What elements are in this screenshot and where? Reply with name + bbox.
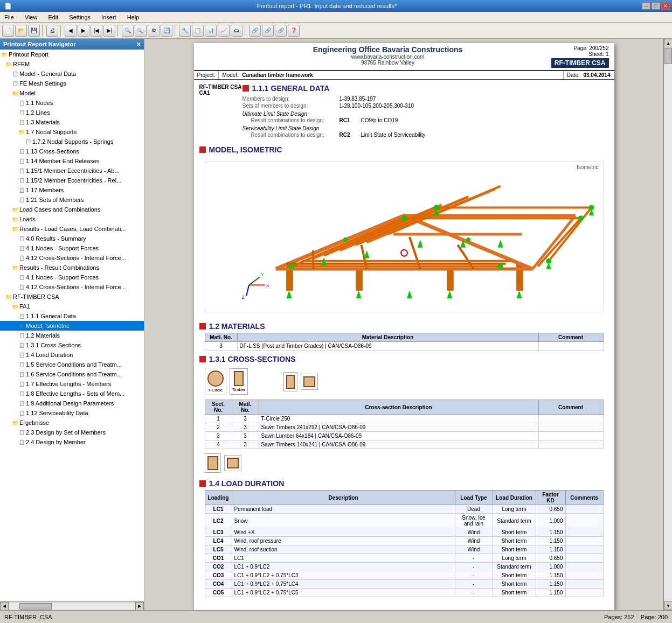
tree-item-16[interactable]: 📋1.21 Sets of Members bbox=[0, 195, 144, 205]
tree-item-26[interactable]: 📁RF-TIMBER CSA bbox=[0, 292, 144, 302]
tree-item-39[interactable]: 📁Ergebnisse bbox=[0, 418, 144, 428]
ld-type: - bbox=[455, 589, 493, 597]
tree-item-21[interactable]: 📋4.1 Nodes - Support Forces bbox=[0, 243, 144, 253]
last-button[interactable]: ▶| bbox=[103, 25, 115, 37]
link2-button[interactable]: 🔗 bbox=[262, 25, 274, 37]
tree-item-17[interactable]: 📁Load Cases and Combinations bbox=[0, 205, 144, 214]
link3-button[interactable]: 🔗 bbox=[275, 25, 287, 37]
menu-view[interactable]: View bbox=[23, 13, 40, 21]
tree-item-41[interactable]: 📋2.4 Design by Member bbox=[0, 437, 144, 447]
tree-item-38[interactable]: 📋1.12 Serviceability Data bbox=[0, 408, 144, 418]
scroll-up-button[interactable]: ▲ bbox=[664, 39, 672, 47]
scroll-thumb[interactable] bbox=[664, 48, 672, 64]
indent-2 bbox=[11, 361, 17, 368]
indent-0 bbox=[0, 361, 4, 368]
forward-button[interactable]: ▶ bbox=[78, 25, 89, 37]
scroll-down-button[interactable]: ▼ bbox=[664, 601, 672, 610]
materials-table: Matl. No. Material Description Comment 3… bbox=[205, 333, 604, 351]
tree-item-35[interactable]: 📋1.7 Effective Lengths - Members bbox=[0, 379, 144, 389]
h-scroll-left[interactable]: ◀ bbox=[0, 602, 9, 611]
tree-item-32[interactable]: 📋1.4 Load Duration bbox=[0, 350, 144, 360]
tree-item-33[interactable]: 📋1.5 Service Conditions and Treatm... bbox=[0, 360, 144, 369]
tree-item-37[interactable]: 📋1.9 Additional Design Parameters bbox=[0, 398, 144, 408]
tree-item-7[interactable]: 📋1.2 Lines bbox=[0, 108, 144, 117]
tree-item-6[interactable]: 📋1.1 Nodes bbox=[0, 98, 144, 108]
tool4-button[interactable]: 📈 bbox=[218, 25, 230, 37]
save-button[interactable]: 💾 bbox=[28, 25, 40, 37]
ld-desc: LC1 bbox=[232, 554, 455, 563]
tree-item-13[interactable]: 📋1.15/1 Member Eccentricities - Ab... bbox=[0, 166, 144, 176]
tree-item-34[interactable]: 📋1.6 Service Conditions and Treatm... bbox=[0, 369, 144, 379]
h-scroll-thumb[interactable] bbox=[19, 603, 52, 610]
doc-icon-7: 📋 bbox=[17, 108, 26, 117]
v-scrollbar[interactable]: ▲ ▼ bbox=[663, 39, 672, 610]
ld-row: CO2 LC1 + 0.9*LC2 - Standard term 1.000 bbox=[205, 563, 603, 571]
menu-file[interactable]: File bbox=[2, 13, 16, 21]
gd-sets-label: Sets of members to design: bbox=[243, 103, 340, 109]
tree-item-5[interactable]: 📁Model bbox=[0, 88, 144, 98]
tree-item-14[interactable]: 📋1.15/2 Member Eccentricities - Rel... bbox=[0, 176, 144, 185]
tree-item-40[interactable]: 📋2.3 Design by Set of Members bbox=[0, 428, 144, 437]
zoom-button[interactable]: 🔍 bbox=[122, 25, 134, 37]
maximize-button[interactable]: □ bbox=[652, 2, 660, 10]
back-button[interactable]: ◀ bbox=[65, 25, 77, 37]
tree-item-30[interactable]: 📋1.2 Materials bbox=[0, 331, 144, 340]
close-button[interactable]: ✕ bbox=[661, 2, 670, 10]
ld-col1-header: Loading bbox=[205, 491, 232, 505]
content-scroll[interactable]: Engineering Office Bavaria Constructions… bbox=[144, 39, 663, 610]
tree-item-25[interactable]: 📋4.12 Cross-Sections - Internal Force... bbox=[0, 282, 144, 292]
link1-button[interactable]: 🔗 bbox=[249, 25, 261, 37]
panel-close-button[interactable]: ✕ bbox=[136, 41, 141, 47]
tool1-button[interactable]: 🔧 bbox=[179, 25, 191, 37]
settings-button[interactable]: ⚙ bbox=[148, 25, 160, 37]
page-bottom-spacer bbox=[194, 599, 614, 610]
tool2-button[interactable]: 📋 bbox=[192, 25, 204, 37]
tree-item-2[interactable]: 📁RFEM bbox=[0, 59, 144, 69]
tree-item-27[interactable]: 📁FA1 bbox=[0, 302, 144, 311]
folder-icon-17: 📁 bbox=[11, 205, 19, 214]
tree-item-22[interactable]: 📋4.12 Cross-Sections - Internal Force... bbox=[0, 253, 144, 263]
tree-item-28[interactable]: 📋1.1.1 General Data bbox=[0, 311, 144, 321]
tree-container[interactable]: 📁Printout Report 📁RFEM 📋Model - General … bbox=[0, 50, 144, 601]
menu-edit[interactable]: Edit bbox=[46, 13, 60, 21]
tool3-button[interactable]: 📊 bbox=[205, 25, 217, 37]
tree-item-9[interactable]: 📁1.7 Nodal Supports bbox=[0, 127, 144, 137]
tree-item-36[interactable]: 📋1.8 Effective Lengths - Sets of Mem... bbox=[0, 389, 144, 398]
refresh-button[interactable]: 🔄 bbox=[161, 25, 172, 37]
minimize-button[interactable]: ─ bbox=[642, 2, 650, 10]
tree-label-38: 1.12 Serviceability Data bbox=[26, 410, 88, 416]
menu-insert[interactable]: Insert bbox=[99, 13, 119, 21]
cs-no: 3 bbox=[205, 432, 232, 440]
menu-help[interactable]: Help bbox=[125, 13, 142, 21]
tree-item-29[interactable]: 👁Model, Isometric bbox=[0, 321, 144, 331]
tree-item-19[interactable]: 📁Results - Load Cases, Load Combinati... bbox=[0, 224, 144, 234]
tree-item-18[interactable]: 📁Loads bbox=[0, 214, 144, 224]
tree-item-4[interactable]: 📋FE Mesh Settings bbox=[0, 79, 144, 88]
tree-item-23[interactable]: 📁Results - Result Combinations bbox=[0, 263, 144, 272]
new-button[interactable]: 📄 bbox=[2, 25, 14, 37]
menu-settings[interactable]: Settings bbox=[67, 13, 93, 21]
open-button[interactable]: 📂 bbox=[15, 25, 27, 37]
tree-item-12[interactable]: 📋1.14 Member End Releases bbox=[0, 156, 144, 166]
tree-item-24[interactable]: 📋4.1 Nodes - Support Forces bbox=[0, 272, 144, 282]
tree-item-8[interactable]: 📋1.3 Materials bbox=[0, 117, 144, 127]
zoom-out-button[interactable]: 🔍- bbox=[135, 25, 147, 37]
tree-item-3[interactable]: 📋Model - General Data bbox=[0, 69, 144, 79]
indent-2 bbox=[11, 187, 17, 193]
tree-item-1[interactable]: 📁Printout Report bbox=[0, 50, 144, 59]
model-canvas: Isometric bbox=[205, 162, 604, 312]
mat-desc: DF-L SS (Post and Timber Grades) | CAN/C… bbox=[237, 342, 538, 351]
tree-item-20[interactable]: 📋4.0 Results - Summary bbox=[0, 234, 144, 243]
tool5-button[interactable]: 🗂 bbox=[231, 25, 243, 37]
h-scrollbar[interactable]: ◀ ▶ bbox=[0, 601, 144, 610]
scroll-track[interactable] bbox=[664, 47, 672, 601]
h-scroll-track[interactable] bbox=[9, 603, 135, 610]
first-button[interactable]: |◀ bbox=[91, 25, 102, 37]
tree-item-15[interactable]: 📋1.17 Members bbox=[0, 185, 144, 195]
tree-item-31[interactable]: 📋1.3.1 Cross-Sections bbox=[0, 340, 144, 350]
h-scroll-right[interactable]: ▶ bbox=[135, 602, 144, 611]
tree-item-11[interactable]: 📋1.13 Cross-Sections bbox=[0, 146, 144, 156]
print-button[interactable]: 🖨 bbox=[46, 25, 58, 37]
help-btn[interactable]: ❓ bbox=[288, 25, 300, 37]
tree-item-10[interactable]: 📋1.7.2 Nodal Supports - Springs bbox=[0, 137, 144, 146]
